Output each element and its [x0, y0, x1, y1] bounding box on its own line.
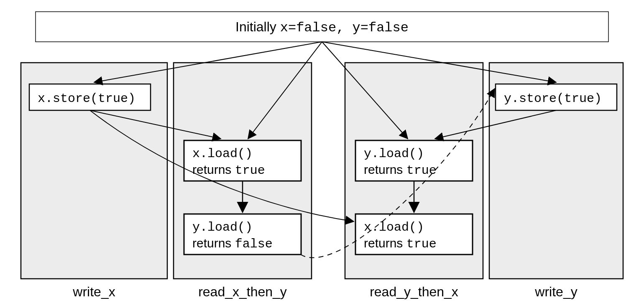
thread-label-write-x: write_x — [72, 284, 115, 299]
op-ry-yload-ret: returns true — [364, 163, 437, 178]
op-ry-xload-ret: returns true — [364, 236, 437, 251]
diagram-canvas: Initially x=false, y=false write_x read_… — [0, 0, 644, 303]
op-ry-xload-code: x.load() — [364, 220, 424, 234]
header-text: Initially x=false, y=false — [235, 19, 409, 36]
op-ry-yload-code: y.load() — [364, 147, 424, 161]
thread-label-read-x-then-y: read_x_then_y — [198, 284, 287, 299]
thread-label-write-y: write_y — [534, 284, 577, 299]
op-rx-xload-ret: returns true — [192, 163, 265, 178]
op-y-store-text: y.store(true) — [504, 92, 602, 106]
op-x-store-text: x.store(true) — [38, 92, 135, 106]
op-rx-yload-code: y.load() — [192, 220, 253, 234]
op-rx-yload-ret: returns false — [192, 236, 273, 251]
thread-label-read-y-then-x: read_y_then_x — [370, 284, 458, 299]
op-rx-xload-code: x.load() — [192, 147, 253, 161]
